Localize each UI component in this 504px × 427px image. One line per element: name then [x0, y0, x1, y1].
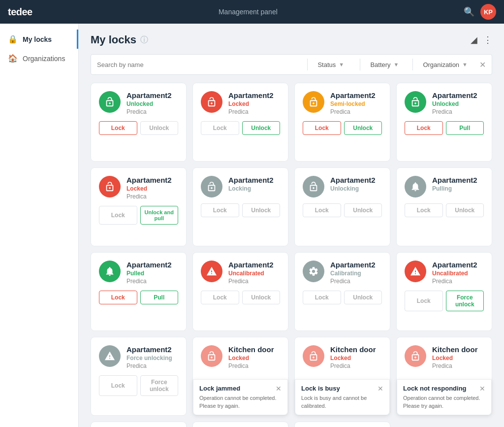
action-button[interactable]: Unlock [344, 291, 382, 304]
lock-info: Kitchen door Locked Predica [228, 345, 280, 369]
lock-info: Apartament2 Locked Predica [126, 176, 178, 200]
header-actions: ◢ ⋮ [471, 34, 492, 45]
lock-org: Predica [126, 108, 178, 115]
action-button[interactable]: Unlock [140, 121, 179, 135]
lock-card: Apartament2 Semi-locked Predica LockUnlo… [294, 83, 390, 162]
clear-filters-button[interactable]: ✕ [479, 60, 486, 69]
divider [360, 59, 360, 70]
action-button[interactable]: Pull [140, 291, 179, 304]
lock-name: Apartament2 [126, 345, 178, 354]
sidebar-item-organizations[interactable]: 🏠 Organizations [0, 49, 78, 68]
status-filter-label: Status [317, 61, 336, 68]
lock-card: Kitchen door Locked Predica Lock is busy… [294, 337, 390, 416]
lock-icon [99, 261, 121, 282]
lock-info: Apartament2 Unlocking [330, 176, 382, 193]
filter-icon[interactable]: ◢ [471, 34, 477, 45]
lock-name: Kitchen door [228, 345, 280, 354]
lock-actions: LockUnlock [201, 203, 280, 217]
action-button[interactable]: Lock [99, 121, 137, 135]
lock-card: Apartament2 Unlocked Predica LockUnlock [91, 83, 187, 162]
lock-grid: Apartament2 Unlocked Predica LockUnlock … [91, 83, 492, 427]
search-input[interactable] [97, 61, 303, 68]
lock-status: Locked [228, 100, 280, 107]
lock-status: Pulling [432, 185, 484, 192]
organization-filter[interactable]: Organization ▼ [417, 61, 473, 68]
lock-name: Apartament2 [330, 91, 382, 99]
more-options-icon[interactable]: ⋮ [483, 34, 492, 45]
action-button[interactable]: Lock [303, 121, 341, 135]
lock-org: Predica [432, 278, 484, 285]
action-button[interactable]: Lock [303, 203, 341, 217]
status-filter[interactable]: Status ▼ [312, 61, 356, 68]
lock-card: Kitchen door Locked Predica Timeout ✕ Op… [294, 422, 390, 427]
lock-card-header: Apartament2 Locked Predica [201, 91, 280, 115]
action-button[interactable]: Unlock and pull [140, 206, 179, 225]
lock-card: Apartament2 Unlocked Predica LockPull [396, 83, 492, 162]
lock-status: Locked [330, 355, 382, 361]
action-button[interactable]: Lock [99, 206, 137, 225]
lock-icon [201, 261, 222, 282]
action-button[interactable]: Lock [201, 291, 239, 304]
action-button[interactable]: Unlock [344, 203, 382, 217]
action-button[interactable]: Lock [99, 375, 137, 396]
action-button[interactable]: Lock [201, 203, 239, 217]
lock-actions: LockUnlock [201, 121, 280, 135]
lock-status: Locked [126, 185, 178, 192]
action-button[interactable]: Unlock [242, 291, 281, 304]
lock-card: Kitchen door Locked Predica Device not f… [192, 422, 288, 427]
lock-org: Predica [432, 362, 484, 369]
action-button[interactable]: Unlock [242, 203, 281, 217]
lock-actions: LockForce unlock [405, 291, 484, 311]
lock-actions: LockUnlock and pull [99, 206, 178, 225]
lock-name: Apartament2 [126, 91, 178, 99]
lock-status: Uncalibrated [432, 270, 484, 277]
lock-info: Apartament2 Locking [228, 176, 280, 193]
action-button[interactable]: Lock [405, 121, 443, 135]
lock-info: Apartament2 Calibrating Predica [330, 261, 382, 285]
action-button[interactable]: Unlock [446, 203, 484, 217]
action-button[interactable]: Unlock [242, 121, 281, 135]
divider [307, 59, 308, 70]
lock-actions: LockUnlock [303, 203, 382, 217]
action-button[interactable]: Lock [201, 121, 239, 135]
sidebar: 🔒 My locks 🏠 Organizations [0, 24, 79, 427]
user-avatar[interactable]: KP [480, 4, 496, 20]
lock-card: Kitchen door Locked Predica Pull spring … [91, 422, 187, 427]
lock-status: Uncalibrated [228, 270, 280, 277]
close-icon[interactable]: ✕ [378, 385, 383, 393]
action-button[interactable]: Unlock [344, 121, 382, 135]
action-button[interactable]: Lock [303, 291, 341, 304]
lock-card-header: Apartament2 Unlocked Predica [99, 91, 178, 115]
action-button[interactable]: Lock [99, 291, 137, 304]
lock-org: Predica [228, 278, 280, 285]
lock-icon [303, 176, 324, 197]
lock-name: Kitchen door [330, 345, 382, 354]
lock-card: Apartament2 Locked Predica LockUnlock an… [91, 167, 187, 246]
lock-status: Unlocking [330, 185, 382, 192]
lock-info: Apartament2 Locked Predica [228, 91, 280, 115]
lock-card-header: Apartament2 Uncalibrated Predica [405, 261, 484, 285]
close-icon[interactable]: ✕ [276, 385, 282, 393]
action-button[interactable]: Force unlock [446, 291, 484, 311]
lock-card: Apartament2 Locking LockUnlock [192, 167, 288, 246]
search-icon[interactable]: 🔍 [464, 6, 474, 17]
lock-card: Apartament2 Uncalibrated Predica LockUnl… [192, 252, 288, 331]
action-button[interactable]: Lock [405, 291, 443, 311]
lock-status: Pulled [126, 270, 178, 277]
action-button[interactable]: Force unlock [140, 375, 179, 396]
lock-card-header: Apartament2 Force unlocking Predica [99, 345, 178, 369]
close-icon[interactable]: ✕ [479, 385, 485, 393]
battery-filter[interactable]: Battery ▼ [364, 61, 409, 68]
sidebar-item-my-locks[interactable]: 🔒 My locks [0, 30, 78, 49]
lock-actions: LockForce unlock [99, 375, 178, 396]
action-button[interactable]: Pull [446, 121, 484, 135]
lock-org: Predica [126, 193, 178, 200]
lock-name: Apartament2 [228, 91, 280, 99]
filters-bar: Status ▼ Battery ▼ Organization ▼ ✕ [91, 54, 492, 75]
info-icon[interactable]: ⓘ [140, 35, 148, 45]
lock-name: Apartament2 [228, 261, 280, 269]
lock-card-header: Apartament2 Unlocking [303, 176, 382, 197]
lock-info: Apartament2 Unlocked Predica [126, 91, 178, 115]
action-button[interactable]: Lock [405, 203, 443, 217]
chevron-down-icon: ▼ [394, 62, 399, 67]
